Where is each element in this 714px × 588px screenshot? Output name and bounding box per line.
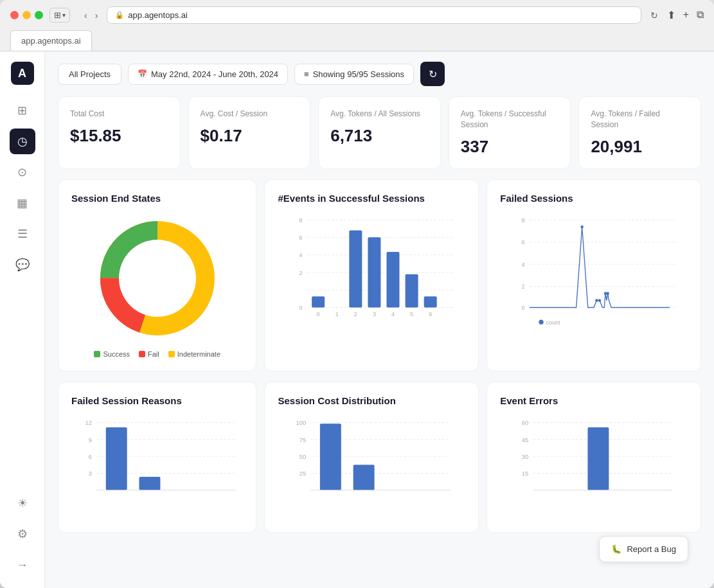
- svg-rect-16: [312, 296, 325, 307]
- sidebar-item-clock[interactable]: ◷: [10, 129, 35, 154]
- sidebar-toggle-button[interactable]: ⊞ ▾: [49, 8, 70, 22]
- cost-dist-svg: 100 75 50 25: [278, 416, 465, 519]
- metric-value-avg-tokens-failed: 20,991: [591, 137, 689, 157]
- sidebar-item-chat[interactable]: 💬: [10, 252, 35, 278]
- failed-sessions-chart: 8 6 4 2 0: [500, 214, 688, 343]
- sidebar-item-search[interactable]: ⊙: [10, 159, 35, 185]
- reload-button[interactable]: ↻: [648, 8, 661, 23]
- lock-icon: 🔒: [115, 11, 124, 19]
- events-bar-chart: 8 6 4 2 0: [278, 214, 465, 343]
- calendar-icon: 📅: [138, 69, 147, 78]
- svg-text:0: 0: [299, 305, 303, 311]
- svg-rect-21: [406, 274, 418, 307]
- charts-row-2: Failed Session Reasons 12 9 6: [58, 382, 701, 533]
- metric-value-avg-tokens-success: 337: [461, 137, 559, 157]
- svg-point-4: [125, 245, 190, 311]
- sidebar-item-logout[interactable]: →: [10, 552, 35, 578]
- svg-rect-18: [350, 230, 362, 307]
- sessions-text: Showing 95/95 Sessions: [313, 69, 404, 79]
- indeterminate-label: Indeterminate: [177, 350, 220, 358]
- share-icon[interactable]: ⬆: [667, 9, 675, 21]
- events-svg: 8 6 4 2 0: [278, 214, 465, 343]
- svg-text:1: 1: [335, 311, 339, 317]
- back-button[interactable]: ‹: [82, 8, 90, 23]
- svg-rect-19: [368, 237, 381, 307]
- sidebar-item-theme[interactable]: ☀: [10, 490, 35, 516]
- date-range-text: May 22nd, 2024 - June 20th, 2024: [151, 69, 278, 79]
- svg-rect-80: [588, 427, 609, 490]
- svg-text:6: 6: [522, 239, 525, 245]
- failed-reasons-svg: 12 9 6 3: [71, 416, 243, 519]
- browser-tab[interactable]: app.agentops.ai: [10, 30, 92, 51]
- fail-label: Fail: [148, 350, 159, 358]
- svg-rect-20: [387, 252, 400, 307]
- svg-text:3: 3: [373, 311, 376, 317]
- refresh-button[interactable]: ↻: [420, 62, 445, 86]
- session-end-states-title: Session End States: [71, 193, 243, 204]
- svg-text:50: 50: [299, 452, 306, 459]
- donut-legend: Success Fail Indeterminate: [94, 350, 220, 358]
- svg-rect-57: [139, 477, 160, 490]
- main-content: All Projects 📅 May 22nd, 2024 - June 20t…: [45, 51, 714, 588]
- svg-point-40: [581, 225, 584, 228]
- svg-text:8: 8: [299, 217, 303, 223]
- failed-reasons-chart: 12 9 6 3: [71, 416, 243, 519]
- svg-text:5: 5: [411, 311, 414, 317]
- tabs-icon[interactable]: ⧉: [697, 9, 704, 21]
- all-projects-button[interactable]: All Projects: [58, 64, 121, 85]
- metric-label-avg-tokens-all: Avg. Tokens / All Sessions: [330, 109, 429, 120]
- table-icon: ▦: [17, 196, 28, 210]
- new-tab-icon[interactable]: +: [683, 9, 689, 21]
- svg-text:30: 30: [522, 452, 528, 459]
- chat-icon: 💬: [15, 258, 30, 272]
- sessions-filter-button[interactable]: ≡ Showing 95/95 Sessions: [294, 64, 414, 85]
- cost-distribution-card: Session Cost Distribution 100 75: [264, 382, 479, 533]
- report-bug-button[interactable]: 🐛 Report a Bug: [599, 536, 688, 562]
- svg-text:12: 12: [85, 419, 92, 426]
- charts-row-1: Session End States: [58, 179, 701, 371]
- svg-text:2: 2: [354, 311, 357, 317]
- sidebar-item-settings[interactable]: ⚙: [10, 521, 35, 547]
- success-label: Success: [103, 350, 130, 358]
- forward-button[interactable]: ›: [93, 8, 101, 23]
- minimize-button[interactable]: [22, 11, 31, 19]
- metrics-row: Total Cost $15.85 Avg. Cost / Session $0…: [58, 96, 701, 169]
- svg-text:count: count: [546, 319, 561, 325]
- document-icon: ☰: [17, 227, 28, 241]
- svg-point-41: [595, 299, 598, 302]
- grid-icon: ⊞: [17, 103, 27, 118]
- close-button[interactable]: [10, 11, 19, 19]
- svg-point-45: [539, 319, 544, 324]
- svg-text:15: 15: [522, 470, 528, 477]
- svg-text:9: 9: [89, 436, 92, 443]
- svg-point-44: [607, 292, 610, 295]
- metric-value-avg-cost: $0.17: [201, 126, 299, 146]
- metric-card-avg-tokens-success: Avg. Tokens / Successful Session 337: [449, 96, 571, 169]
- event-errors-svg: 60 45 30 15: [500, 416, 688, 519]
- metric-label-total-cost: Total Cost: [70, 109, 168, 120]
- failed-sessions-card: Failed Sessions 8 6 4: [486, 179, 701, 371]
- svg-text:6: 6: [89, 452, 92, 459]
- svg-rect-69: [353, 465, 375, 490]
- sidebar-item-table[interactable]: ▦: [10, 190, 35, 216]
- sidebar-toggle-icon: ⊞: [54, 10, 61, 20]
- svg-text:6: 6: [429, 311, 433, 317]
- legend-success: Success: [94, 350, 130, 358]
- svg-text:0: 0: [317, 311, 320, 317]
- failed-reasons-card: Failed Session Reasons 12 9 6: [58, 382, 256, 533]
- url-bar[interactable]: 🔒 app.agentops.ai: [107, 6, 641, 24]
- search-icon: ⊙: [17, 165, 27, 179]
- metric-card-avg-tokens-all: Avg. Tokens / All Sessions 6,713: [318, 96, 441, 169]
- maximize-button[interactable]: [35, 11, 43, 19]
- settings-icon: ⚙: [17, 527, 28, 541]
- filter-icon: ≡: [304, 69, 309, 79]
- legend-indeterminate: Indeterminate: [168, 350, 220, 358]
- donut-chart: [93, 214, 222, 343]
- sidebar-item-document[interactable]: ☰: [10, 221, 35, 247]
- sun-icon: ☀: [17, 496, 28, 510]
- app-logo: A: [11, 62, 34, 85]
- date-range-button[interactable]: 📅 May 22nd, 2024 - June 20th, 2024: [128, 64, 288, 85]
- metric-label-avg-tokens-success: Avg. Tokens / Successful Session: [461, 109, 559, 130]
- sidebar-item-grid[interactable]: ⊞: [10, 98, 35, 123]
- metric-value-total-cost: $15.85: [70, 126, 168, 146]
